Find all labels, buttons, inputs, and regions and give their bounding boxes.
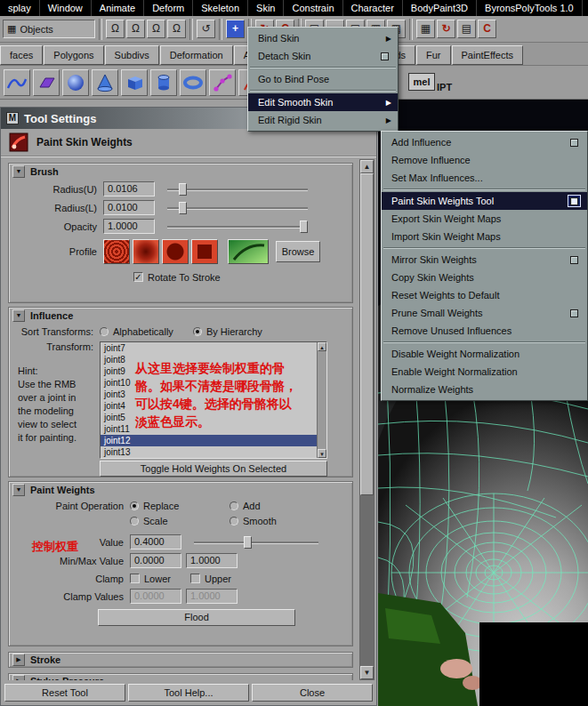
menu-item-edit-smooth-skin[interactable]: Edit Smooth Skin ▶ xyxy=(248,93,398,111)
smooth-radio[interactable]: Smooth xyxy=(230,516,277,526)
clamp-max-field[interactable]: 1.0000 xyxy=(186,589,238,604)
mel-command-icon[interactable]: C xyxy=(478,20,496,38)
snap-curve-icon[interactable]: Ω xyxy=(126,20,145,38)
menu-item-remove-influence[interactable]: Remove Influence xyxy=(382,151,587,169)
opacity-slider[interactable] xyxy=(167,220,308,234)
scroll-down-icon[interactable]: ▼ xyxy=(318,449,326,458)
torus-icon[interactable] xyxy=(180,69,206,96)
radius-u-field[interactable]: 0.0106 xyxy=(103,181,155,197)
menu-item-edit-rigid-skin[interactable]: Edit Rigid Skin ▶ xyxy=(248,111,398,129)
brush-profile-image-icon[interactable] xyxy=(228,239,269,264)
brush-profile-solid-icon[interactable] xyxy=(162,239,189,264)
grid-table-icon[interactable]: ▦ xyxy=(416,20,435,38)
min-value-field[interactable]: 0.0000 xyxy=(130,553,181,568)
radius-l-slider[interactable] xyxy=(167,201,308,215)
tab-surfaces[interactable]: faces xyxy=(0,45,43,65)
menu-item-reset-weights-to-default[interactable]: Reset Weights to Default xyxy=(382,286,587,304)
menu-bodypaint3d[interactable]: BodyPaint3D xyxy=(403,0,477,16)
snap-grid-icon[interactable]: Ω xyxy=(106,20,125,38)
menu-item-prune-small-weights[interactable]: Prune Small Weights xyxy=(382,304,587,322)
mel-shelf-item[interactable]: mel IPT xyxy=(408,73,452,92)
menu-item-copy-skin-weights[interactable]: Copy Skin Weights xyxy=(382,269,587,286)
paint-script-icon[interactable]: ↻ xyxy=(437,20,455,38)
menu-item-mirror-skin-weights[interactable]: Mirror Skin Weights xyxy=(382,251,587,269)
scrollbar-track[interactable] xyxy=(360,495,374,666)
tab-painteffects[interactable]: PaintEffects xyxy=(452,45,524,65)
menu-item-bind-skin[interactable]: Bind Skin ▶ xyxy=(248,29,398,47)
collapse-arrow-icon[interactable]: ▼ xyxy=(12,309,25,322)
option-box-icon[interactable] xyxy=(568,136,581,148)
menu-display[interactable]: splay xyxy=(0,0,40,16)
toggle-hold-weights-button[interactable]: Toggle Hold Weights On Selected xyxy=(100,461,327,477)
list-item-joint13[interactable]: joint13 xyxy=(101,446,326,458)
cube-icon[interactable] xyxy=(121,69,148,96)
cylinder-icon[interactable] xyxy=(150,69,177,96)
clamp-min-field[interactable]: 0.0000 xyxy=(130,589,181,604)
menu-item-go-to-bind-pose[interactable]: Go to Bind Pose xyxy=(248,70,398,88)
snap-view-plane-icon[interactable]: Ω xyxy=(167,20,186,38)
menu-deform[interactable]: Deform xyxy=(144,0,193,16)
max-value-field[interactable]: 1.0000 xyxy=(186,553,238,568)
menu-skeleton[interactable]: Skeleton xyxy=(193,0,248,16)
scroll-up-icon[interactable]: ▲ xyxy=(360,160,374,173)
radius-l-field[interactable]: 0.0100 xyxy=(103,200,155,215)
tab-fur[interactable]: Fur xyxy=(416,45,451,65)
scroll-up-icon[interactable]: ▲ xyxy=(318,342,326,351)
menu-skin[interactable]: Skin xyxy=(248,0,284,16)
clamp-lower-checkbox[interactable]: Lower xyxy=(130,574,190,584)
replace-radio[interactable]: Replace xyxy=(130,501,230,511)
list-item-joint7[interactable]: joint7 xyxy=(101,342,326,354)
collapse-arrow-icon[interactable]: ▼ xyxy=(12,165,25,178)
list-item-joint12-selected[interactable]: joint12 xyxy=(101,435,326,446)
menu-constrain[interactable]: Constrain xyxy=(284,0,342,16)
slider-handle[interactable] xyxy=(179,183,187,196)
curve-tool-icon[interactable] xyxy=(4,69,30,96)
alphabetically-radio[interactable]: Alphabetically xyxy=(100,326,173,337)
menu-item-disable-weight-normalization[interactable]: Disable Weight Normalization xyxy=(382,345,587,363)
reset-tool-button[interactable]: Reset Tool xyxy=(4,684,125,702)
browse-button[interactable]: Browse xyxy=(276,241,320,262)
option-box-icon[interactable] xyxy=(568,307,581,319)
add-radio[interactable]: Add xyxy=(230,501,261,511)
sphere-icon[interactable] xyxy=(62,69,89,96)
tab-deformation[interactable]: Deformation xyxy=(160,45,233,65)
brush-profile-square-icon[interactable] xyxy=(191,239,218,264)
scale-radio[interactable]: Scale xyxy=(130,516,230,526)
slider-handle[interactable] xyxy=(244,536,252,549)
brush-profile-soft-icon[interactable] xyxy=(133,239,159,264)
collapse-arrow-icon[interactable]: ▼ xyxy=(12,484,25,496)
layer-panel-icon[interactable]: ▤ xyxy=(457,20,476,38)
tab-subdivs[interactable]: Subdivs xyxy=(105,45,159,65)
tab-polygons[interactable]: Polygons xyxy=(44,45,103,65)
menu-item-detach-skin[interactable]: Detach Skin xyxy=(248,47,398,65)
option-box-icon[interactable] xyxy=(568,253,581,266)
menu-item-normalize-weights[interactable]: Normalize Weights xyxy=(382,381,587,398)
menu-item-set-max-influences[interactable]: Set Max Influences... xyxy=(382,169,587,187)
slider-handle[interactable] xyxy=(179,202,187,214)
tool-help-button[interactable]: Tool Help... xyxy=(128,684,249,702)
construction-history-icon[interactable]: ↺ xyxy=(197,20,215,38)
menu-item-paint-skin-weights-tool[interactable]: Paint Skin Weights Tool xyxy=(382,192,587,210)
snap-point-icon[interactable]: Ω xyxy=(147,20,165,38)
value-field[interactable]: 0.4000 xyxy=(130,534,181,550)
objects-dropdown[interactable]: ▦ Objects xyxy=(3,20,95,38)
plus-icon[interactable]: + xyxy=(226,20,245,38)
flood-button[interactable]: Flood xyxy=(98,609,295,626)
scrollbar-thumb[interactable] xyxy=(360,173,374,495)
brush-profile-gaussian-icon[interactable] xyxy=(103,239,130,264)
menu-item-enable-weight-normalization[interactable]: Enable Weight Normalization xyxy=(382,363,587,381)
cone-icon[interactable] xyxy=(92,69,118,96)
expand-arrow-icon[interactable]: ▶ xyxy=(12,654,25,666)
clamp-upper-checkbox[interactable]: Upper xyxy=(190,574,231,584)
window-scrollbar[interactable]: ▲ ▼ xyxy=(359,159,375,680)
rotate-to-stroke-checkbox[interactable]: ✓ Rotate To Stroke xyxy=(133,272,221,283)
menu-item-remove-unused-influences[interactable]: Remove Unused Influences xyxy=(382,322,587,340)
radius-u-slider[interactable] xyxy=(167,182,308,197)
menu-item-add-influence[interactable]: Add Influence xyxy=(382,133,587,151)
menu-item-import-skin-weight-maps[interactable]: Import Skin Weight Maps xyxy=(382,228,587,245)
slider-handle[interactable] xyxy=(300,221,308,233)
menu-character[interactable]: Character xyxy=(343,0,403,16)
mel-icon[interactable]: mel xyxy=(408,73,435,91)
option-box-icon[interactable] xyxy=(378,50,391,62)
close-button[interactable]: Close xyxy=(252,684,373,702)
